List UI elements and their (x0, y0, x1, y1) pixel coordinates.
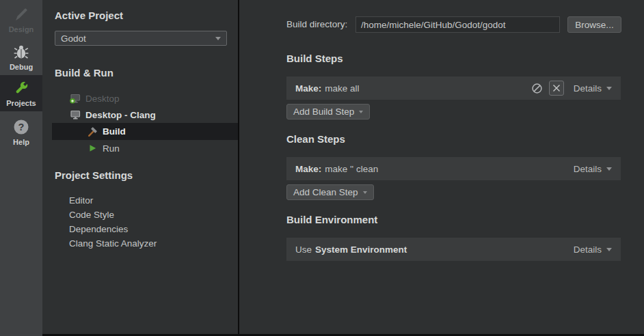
kit-item-label: Desktop (85, 94, 120, 104)
desktop-kit-add-icon (70, 93, 81, 104)
svg-text:?: ? (18, 122, 25, 132)
settings-item-label: Dependencies (69, 224, 128, 234)
settings-item-clang-static-analyzer[interactable]: Clang Static Analyzer (69, 236, 157, 251)
add-clean-step-button[interactable]: Add Clean Step (286, 184, 374, 200)
help-icon: ? (12, 118, 30, 136)
details-button[interactable]: Details (574, 164, 612, 174)
sidebar-item-projects[interactable]: Projects (0, 75, 42, 111)
step-prefix: Make: (295, 83, 321, 94)
add-clean-step-label: Add Clean Step (293, 187, 358, 197)
tree-item-build[interactable]: Build (87, 123, 126, 140)
build-directory-input[interactable] (355, 16, 560, 33)
details-button[interactable]: Details (574, 244, 612, 255)
add-build-step-label: Add Build Step (293, 107, 354, 117)
run-icon (87, 143, 98, 154)
mode-sidebar: Design Debug (0, 0, 42, 336)
clean-steps-title: Clean Steps (286, 133, 345, 145)
chevron-down-icon (363, 191, 367, 194)
sidebar-item-label: Projects (6, 99, 36, 107)
browse-button[interactable]: Browse... (567, 16, 621, 33)
settings-item-code-style[interactable]: Code Style (69, 208, 114, 222)
env-row-value: System Environment (315, 244, 407, 255)
projects-tree-panel: Active Project Godot Build & Run Desktop (42, 0, 238, 336)
tree-item-label: Run (103, 143, 120, 154)
kit-item-desktop-clang[interactable]: Desktop - Clang (70, 107, 156, 123)
kit-item-label: Desktop - Clang (85, 110, 156, 120)
project-settings-title: Project Settings (55, 169, 133, 181)
env-row-prefix: Use (295, 244, 312, 255)
sidebar-item-label: Debug (10, 63, 33, 71)
disable-step-button[interactable] (531, 83, 543, 94)
build-run-title: Build & Run (55, 67, 113, 79)
chevron-down-icon (215, 37, 221, 40)
build-directory-label: Build directory: (286, 16, 347, 33)
chevron-down-icon (359, 111, 363, 113)
design-icon (12, 5, 30, 23)
step-command: make '' clean (325, 164, 378, 174)
active-project-value: Godot (61, 33, 215, 44)
chevron-down-icon (606, 167, 612, 171)
settings-item-editor[interactable]: Editor (69, 193, 93, 208)
add-build-step-button[interactable]: Add Build Step (286, 104, 370, 120)
desktop-kit-icon (70, 109, 81, 120)
details-button[interactable]: Details (574, 83, 612, 94)
chevron-down-icon (606, 87, 612, 90)
build-steps-title: Build Steps (286, 53, 343, 64)
close-icon (552, 84, 561, 92)
browse-button-label: Browse... (575, 20, 613, 30)
build-environment-title: Build Environment (286, 214, 377, 225)
build-environment-row: Use System Environment Details (286, 238, 621, 261)
tree-item-label: Build (103, 126, 126, 137)
settings-item-label: Clang Static Analyzer (69, 238, 157, 249)
step-prefix: Make: (295, 164, 321, 174)
active-project-select[interactable]: Godot (55, 31, 227, 46)
details-label: Details (574, 83, 602, 94)
chevron-down-icon (606, 248, 612, 251)
details-label: Details (574, 164, 602, 174)
settings-item-label: Editor (69, 195, 93, 206)
step-command: make all (325, 83, 359, 94)
debug-icon (12, 43, 30, 61)
sidebar-item-label: Help (13, 138, 29, 146)
active-project-title: Active Project (55, 10, 123, 21)
tree-item-run[interactable]: Run (87, 140, 120, 156)
wrench-icon (12, 79, 30, 97)
details-label: Details (574, 244, 602, 255)
remove-step-button[interactable] (549, 81, 564, 96)
clean-step-row: Make: make '' clean Details (286, 157, 621, 180)
sidebar-item-help[interactable]: ? Help (0, 114, 42, 150)
sidebar-item-design: Design (0, 1, 42, 38)
settings-item-label: Code Style (69, 210, 114, 220)
kit-item-desktop: Desktop (70, 90, 120, 107)
settings-item-dependencies[interactable]: Dependencies (69, 222, 128, 236)
sidebar-item-label: Design (9, 25, 34, 33)
hammer-icon (87, 126, 98, 137)
build-settings-panel: Build directory: Browse... Build Steps M… (239, 0, 644, 336)
selected-row-highlight (52, 123, 238, 140)
build-step-row: Make: make all Details (286, 76, 621, 100)
sidebar-item-debug[interactable]: Debug (0, 39, 42, 75)
